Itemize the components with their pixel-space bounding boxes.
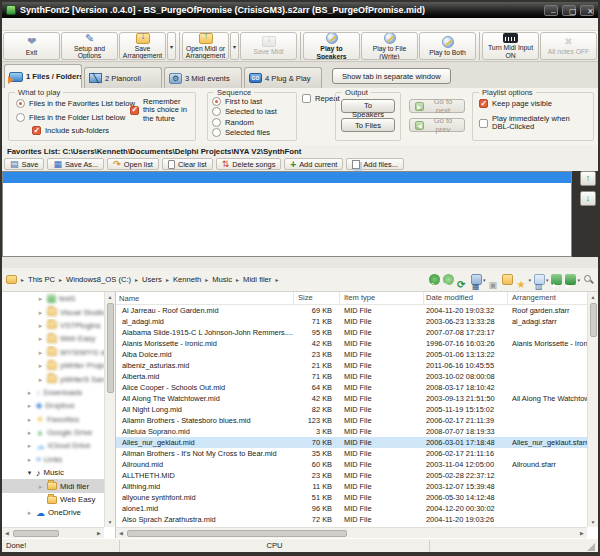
go-to-next-button[interactable]: ▶Go to next xyxy=(409,99,465,113)
browser-toolbar-icon[interactable] xyxy=(443,274,454,285)
tree-item[interactable]: Music xyxy=(2,466,104,479)
browser-toolbar-icon[interactable] xyxy=(502,274,513,285)
column-header-item-type[interactable]: Item type xyxy=(340,292,424,304)
browser-toolbar-icon[interactable] xyxy=(429,274,440,285)
to-speakers-button[interactable]: To Speakers xyxy=(341,99,395,113)
browser-toolbar-icon[interactable] xyxy=(471,274,482,285)
toolbar-button[interactable]: Play to Both xyxy=(419,32,476,60)
scroll-right-icon[interactable]: ▶ xyxy=(94,528,104,538)
breadcrumb-segment[interactable]: Music ▸ xyxy=(212,275,241,284)
toolbar-dropdown-button[interactable]: ▾ xyxy=(230,32,239,60)
move-down-button[interactable]: ↓ xyxy=(580,191,596,206)
scroll-left-icon[interactable]: ◀ xyxy=(116,528,126,538)
tree-item[interactable]: yWriter5 San xyxy=(2,372,104,385)
file-row[interactable]: allyoune synthfont.mid 51 KB MID File 20… xyxy=(116,492,587,503)
include-subfolders-checkbox[interactable]: Include sub-folders xyxy=(32,126,109,135)
files-vertical-scrollbar[interactable]: ▲ ▼ xyxy=(587,292,598,527)
file-row[interactable]: All Night Long.mid 82 KB MID File 2005-1… xyxy=(116,404,587,415)
favorites-list-item[interactable] xyxy=(3,193,571,204)
file-row[interactable]: albeniz_asturias.mid 21 KB MID File 2011… xyxy=(116,360,587,371)
file-row[interactable]: Allthing.mid 11 KB MID File 2003-12-07 1… xyxy=(116,481,587,492)
chevron-down-icon[interactable]: ▾ xyxy=(577,277,580,283)
toolbar-button[interactable]: All notes OFF xyxy=(540,32,597,60)
tree-expander-icon[interactable] xyxy=(26,468,33,477)
tree-expander-icon[interactable] xyxy=(26,441,33,450)
tab[interactable]: 1 Files / Folders xyxy=(4,64,82,88)
scroll-up-icon[interactable]: ▲ xyxy=(588,292,598,302)
favorites-toolbar-button[interactable]: Open list xyxy=(107,158,159,170)
favorites-toolbar-button[interactable]: Delete songs xyxy=(216,158,282,170)
browser-toolbar-icon[interactable] xyxy=(488,274,499,285)
favorites-toolbar-button[interactable]: Clear list xyxy=(162,158,213,170)
toolbar-button[interactable]: Turn Midi Input ON xyxy=(482,32,539,60)
toolbar-button[interactable]: Play to Speakers xyxy=(303,32,360,60)
tree-item[interactable]: OneDrive xyxy=(2,506,104,519)
file-row[interactable]: al_adagi.mid 71 KB MID File 2003-06-23 1… xyxy=(116,316,587,327)
tree-horizontal-scrollbar[interactable]: ◀ ▶ xyxy=(2,527,104,538)
column-header-name[interactable]: Name xyxy=(116,292,294,304)
tree-expander-icon[interactable] xyxy=(37,361,44,370)
radio-favorites-list[interactable]: Files in the Favorites List below xyxy=(16,99,135,108)
tree-expander-icon[interactable] xyxy=(26,388,33,397)
tree-expander-icon[interactable] xyxy=(37,348,44,357)
file-row[interactable]: Alabama Slide-1915-C L Johnson-John Remm… xyxy=(116,327,587,338)
tree-item[interactable]: Links xyxy=(2,453,104,466)
file-row[interactable]: Allamn Brothers - Statesboro blues.mid 1… xyxy=(116,415,587,426)
radio-folder-list[interactable]: Files in the Folder List below xyxy=(16,113,125,122)
tree-expander-icon[interactable] xyxy=(37,321,44,330)
browser-toolbar-icon[interactable] xyxy=(457,274,468,285)
chevron-down-icon[interactable]: ▾ xyxy=(546,277,549,283)
tree-item[interactable]: iCloud Drive xyxy=(2,439,104,452)
file-row[interactable]: Alice Cooper - Schools Out.mid 64 KB MID… xyxy=(116,382,587,393)
toolbar-button[interactable]: Play to File (Write) xyxy=(361,32,418,60)
browser-toolbar-icon[interactable] xyxy=(583,274,594,285)
tree-item[interactable]: Favorites xyxy=(2,413,104,426)
tree-expander-icon[interactable] xyxy=(26,508,33,517)
browser-toolbar-icon[interactable] xyxy=(551,274,562,285)
sequence-radio[interactable]: Random xyxy=(212,117,277,128)
sequence-radio[interactable]: Selected to last xyxy=(212,107,277,118)
scroll-down-icon[interactable]: ▼ xyxy=(588,517,598,527)
tree-vertical-scrollbar[interactable]: ▲ ▼ xyxy=(104,292,115,527)
breadcrumb-segment[interactable]: This PC ▸ xyxy=(28,275,64,284)
favorites-toolbar-button[interactable]: Add files... xyxy=(346,158,404,170)
breadcrumb-segment[interactable]: Midi filer ▸ xyxy=(243,275,280,284)
file-row[interactable]: Al Jarreau - Roof Garden.mid 69 KB MID F… xyxy=(116,305,587,316)
repeat-checkbox[interactable]: Repeat xyxy=(302,94,340,103)
toolbar-button[interactable]: Exit xyxy=(3,32,60,60)
tree-item[interactable]: yWriter Proje xyxy=(2,359,104,372)
browser-toolbar-icon[interactable] xyxy=(565,274,576,285)
breadcrumb-segment[interactable]: Kenneth ▸ xyxy=(173,275,210,284)
play-immediately-checkbox[interactable]: Play immediately when DBL-Clicked xyxy=(479,115,589,132)
tree-item[interactable]: Web Easy xyxy=(2,493,104,506)
tree-expander-icon[interactable] xyxy=(37,334,44,343)
file-row[interactable]: Alleluia Soprano.mid 3 KB MID File 2008-… xyxy=(116,426,587,437)
tree-item[interactable]: test1 xyxy=(2,292,104,305)
toolbar-button[interactable]: Save Midi xyxy=(240,32,297,60)
chevron-down-icon[interactable]: ▾ xyxy=(483,277,486,283)
tree-item[interactable]: WYSIWYG st xyxy=(2,346,104,359)
scrollbar-thumb[interactable] xyxy=(107,303,114,393)
tree-item[interactable]: Midi filer xyxy=(2,479,104,492)
breadcrumb-segment[interactable]: Windows8_OS (C:) ▸ xyxy=(66,275,140,284)
file-row[interactable]: ALLTHETH.MID 23 KB MID File 2005-02-28 2… xyxy=(116,470,587,481)
browser-toolbar-icon[interactable] xyxy=(516,274,527,285)
scroll-left-icon[interactable]: ◀ xyxy=(2,528,12,538)
tree-expander-icon[interactable] xyxy=(26,428,33,437)
tree-item[interactable]: Dropbox xyxy=(2,399,104,412)
scroll-up-icon[interactable]: ▲ xyxy=(105,292,115,302)
tree-expander-icon[interactable] xyxy=(26,415,33,424)
move-up-button[interactable]: ↑ xyxy=(580,171,596,186)
file-row[interactable]: Allround.mid 60 KB MID File 2003-11-04 1… xyxy=(116,459,587,470)
toolbar-dropdown-button[interactable]: ▾ xyxy=(167,32,176,60)
file-row[interactable]: Also Sprach Zarathustra.mid 72 KB MID Fi… xyxy=(116,514,587,525)
chevron-down-icon[interactable]: ▾ xyxy=(528,277,531,283)
file-row[interactable]: Allman Brothers - It's Not My Cross to B… xyxy=(116,448,587,459)
file-row[interactable]: Alberta.mid 71 KB MID File 2003-10-02 08… xyxy=(116,371,587,382)
tab[interactable]: 4 Plug & Play xyxy=(244,67,322,88)
tree-item[interactable]: Downloads xyxy=(2,386,104,399)
column-header-arrangement[interactable]: Arrangement xyxy=(508,292,598,304)
scroll-down-icon[interactable]: ▼ xyxy=(105,517,115,527)
favorites-list-item[interactable] xyxy=(3,183,571,194)
tree-item[interactable]: Web Easy xyxy=(2,332,104,345)
